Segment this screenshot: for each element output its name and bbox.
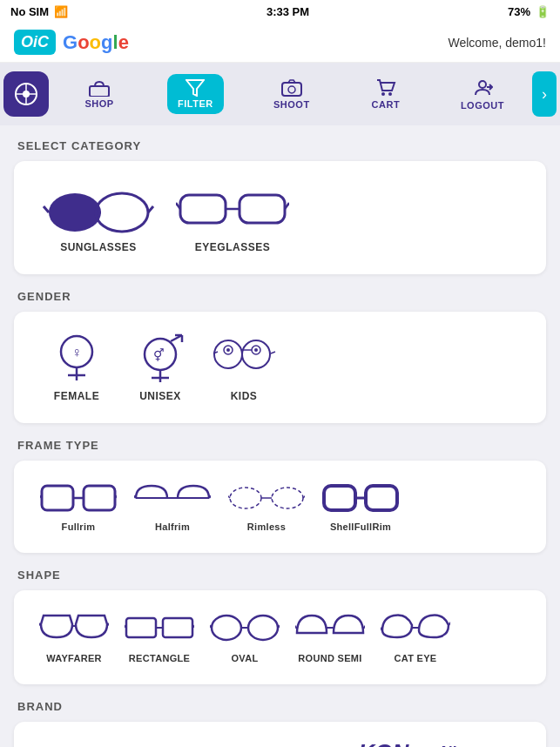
shop-label: SHOP [84, 98, 113, 109]
rectangle-label: RECTANGLE [129, 653, 190, 663]
carrier-text: No SIM [10, 5, 49, 18]
frame-items: Fullrim Halfrim [28, 474, 532, 539]
nav-chevron-right[interactable]: › [532, 71, 557, 117]
fullrim-label: Fullrim [62, 522, 96, 532]
oval-shape-icon [210, 611, 280, 648]
wifi-icon: 📶 [54, 5, 68, 18]
svg-point-70 [212, 616, 241, 640]
google-logo: Google [63, 31, 129, 54]
gender-section-title: GENDER [17, 290, 546, 303]
svg-rect-18 [240, 195, 285, 223]
frame-item-halfrim[interactable]: Halfrim [129, 481, 216, 532]
brand-item-niruanna[interactable]: Niruanna EYEWEAR [430, 744, 517, 747]
gender-item-kids[interactable]: KIDS [209, 333, 279, 402]
gender-item-unisex[interactable]: ⚥ UNISEX [125, 333, 195, 402]
shape-section-title: SHAPE [17, 569, 546, 582]
niruanna-brand-text: Niruanna [440, 744, 508, 747]
svg-text:♀: ♀ [71, 345, 82, 360]
halfrim-icon [134, 481, 211, 516]
brand-item-ikon[interactable]: nKON e y e w e a r [333, 739, 420, 747]
status-left: No SIM 📶 [10, 5, 68, 18]
svg-rect-57 [324, 486, 355, 510]
category-section-title: SELECT CATEGORY [17, 139, 546, 152]
svg-line-41 [271, 352, 275, 353]
sunglasses-label: SUNGLASSES [60, 241, 137, 253]
svg-rect-42 [42, 486, 73, 510]
shop-icon [88, 79, 111, 97]
rimless-icon [228, 481, 305, 516]
shape-item-cat-eye[interactable]: CAT EYE [376, 611, 455, 663]
round-semi-label: ROUND SEMI [298, 653, 361, 663]
shellfullrim-icon [322, 481, 399, 516]
svg-point-8 [381, 92, 385, 96]
shape-item-round-semi[interactable]: ROUND SEMI [291, 611, 369, 663]
main-content: SELECT CATEGORY SUNGLASSES [0, 125, 560, 747]
wayfarer-shape-icon [39, 611, 109, 648]
unisex-label: UNISEX [139, 390, 181, 402]
shoot-icon [280, 78, 303, 98]
svg-point-9 [388, 92, 392, 96]
unisex-icon: ⚥ [134, 333, 186, 385]
svg-point-10 [479, 81, 486, 88]
category-item-sunglasses[interactable]: SUNGLASSES [42, 182, 155, 253]
svg-rect-65 [126, 618, 156, 637]
cart-label: CART [372, 99, 401, 110]
logout-label: LOGOUT [461, 100, 504, 111]
brand-section-title: BRAND [17, 700, 546, 713]
eyeglasses-label: EYEGLASSES [195, 241, 270, 253]
nav-item-shoot[interactable]: SHOOT [266, 75, 318, 113]
svg-rect-17 [180, 195, 226, 223]
arcadio-brand-text: ARCADIO Keep Flaunting [52, 744, 127, 748]
oval-label: OVAL [232, 653, 259, 663]
frame-item-rimless[interactable]: Rimless [223, 481, 310, 532]
cart-icon [375, 78, 396, 98]
brand-item-arcadio[interactable]: A ARCADIO Keep Flaunting [31, 744, 127, 748]
filter-icon [186, 79, 205, 97]
frame-section-title: FRAME TYPE [17, 439, 546, 452]
svg-rect-66 [163, 618, 192, 637]
svg-marker-5 [186, 80, 204, 96]
oic-logo: OiC [14, 30, 56, 55]
rectangle-shape-icon [125, 611, 194, 648]
shape-items: WAYFARER RECTANGLE [28, 604, 532, 670]
category-item-eyeglasses[interactable]: EYEGLASSES [176, 182, 289, 253]
frame-card: Fullrim Halfrim [14, 461, 546, 553]
svg-line-82 [449, 620, 450, 625]
shape-item-wayfarer[interactable]: WAYFARER [35, 611, 113, 663]
welcome-text: Welcome, demo1! [448, 36, 546, 50]
nav-items: SHOP FILTER SHOOT CART [52, 74, 532, 114]
kids-label: KIDS [231, 390, 258, 402]
gender-items: ♀ FEMALE ⚥ UNISEX [28, 326, 532, 409]
ikon-brand-text: nKON [345, 739, 409, 747]
svg-point-39 [254, 348, 258, 352]
svg-point-3 [23, 91, 30, 98]
nav-item-logout[interactable]: LOGOUT [454, 74, 511, 114]
nav-item-cart[interactable]: CART [360, 75, 412, 113]
svg-point-7 [288, 86, 295, 93]
rimless-label: Rimless [247, 522, 286, 532]
svg-point-12 [49, 193, 101, 232]
category-items: SUNGLASSES EYEGLASSES [28, 175, 532, 260]
eyeglasses-icon [176, 182, 289, 234]
nav-item-filter[interactable]: FILTER [167, 74, 224, 114]
brand-items: A ARCADIO Keep Flaunting NINETEENTHSTREE… [28, 736, 532, 747]
brand-header: OiC Google Welcome, demo1! [0, 23, 560, 63]
halfrim-label: Halfrim [155, 522, 190, 532]
nav-item-shop[interactable]: SHOP [73, 76, 125, 112]
fullrim-icon [40, 481, 117, 516]
frame-item-fullrim[interactable]: Fullrim [35, 481, 122, 532]
shape-item-oval[interactable]: OVAL [206, 611, 284, 663]
svg-point-53 [272, 488, 303, 508]
kids-icon [209, 333, 279, 385]
shape-item-rectangle[interactable]: RECTANGLE [120, 611, 199, 663]
category-card: SUNGLASSES EYEGLASSES [14, 161, 546, 274]
brand-logos: OiC Google [14, 30, 129, 55]
gender-item-female[interactable]: ♀ FEMALE [42, 333, 111, 402]
dashboard-icon [14, 82, 38, 106]
female-label: FEMALE [54, 390, 99, 402]
svg-point-71 [248, 616, 278, 640]
round-semi-shape-icon [295, 611, 365, 648]
cat-eye-label: CAT EYE [395, 653, 437, 663]
frame-item-shellfullrim[interactable]: ShellFullRim [317, 481, 404, 532]
svg-rect-58 [366, 486, 397, 510]
